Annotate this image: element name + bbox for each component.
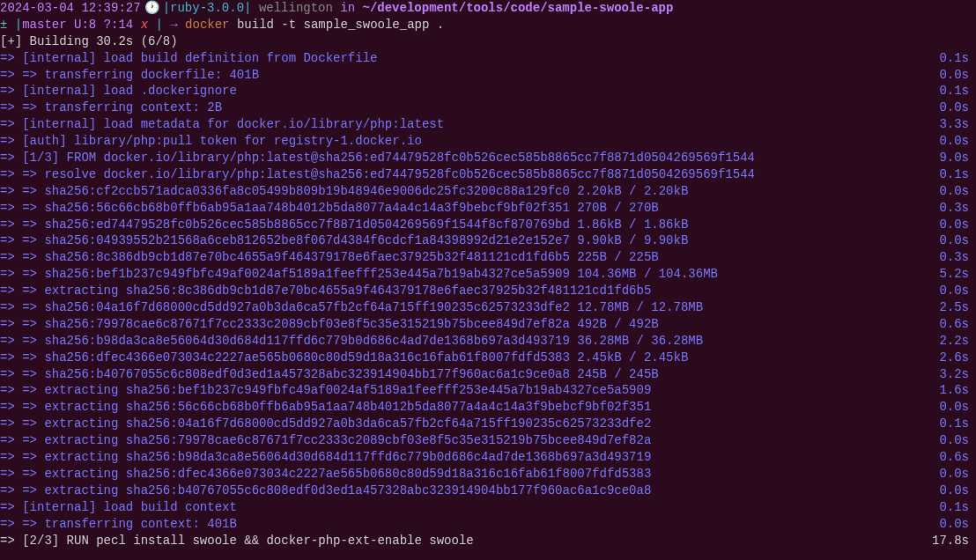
build-step: => => extracting sha256:8c386db9cb1d87e7… bbox=[0, 283, 976, 299]
step-time: 0.0s bbox=[939, 483, 976, 499]
separator: | bbox=[15, 17, 22, 33]
step-text: => => transferring context: 401B bbox=[0, 516, 939, 533]
step-text: => => extracting sha256:79978cae6c87671f… bbox=[0, 432, 939, 449]
build-step: => => sha256:04a16f7d68000cd5dd927a0b3da… bbox=[0, 299, 976, 316]
current-step: => [2/3] RUN pecl install swoole && dock… bbox=[0, 533, 976, 549]
step-time: 9.0s bbox=[939, 150, 976, 166]
build-step: => => sha256:04939552b21568a6ceb812652be… bbox=[0, 232, 976, 249]
step-text: => => sha256:79978cae6c87671f7cc2333c208… bbox=[0, 316, 939, 333]
step-text: => [internal] load .dockerignore bbox=[0, 83, 939, 99]
command-args: build -t sample_swoole_app . bbox=[237, 17, 444, 33]
build-step: => => sha256:dfec4366e073034c2227ae565b0… bbox=[0, 350, 976, 366]
step-time: 0.1s bbox=[939, 50, 976, 67]
step-time: 0.3s bbox=[939, 249, 976, 266]
prompt-line-1: 2024-03-04 12:39:27 🕐 |ruby-3.0.0| welli… bbox=[0, 0, 976, 17]
step-time: 3.2s bbox=[939, 366, 976, 383]
ruby-version: ruby-3.0.0 bbox=[170, 0, 244, 17]
step-text: => => sha256:04939552b21568a6ceb812652be… bbox=[0, 232, 939, 249]
step-time: 0.1s bbox=[939, 499, 976, 516]
step-text: => [internal] load build definition from… bbox=[0, 50, 939, 67]
step-time: 0.1s bbox=[939, 83, 976, 99]
step-text: => => extracting sha256:04a16f7d68000cd5… bbox=[0, 416, 939, 432]
build-step: => => sha256:b40767055c6c808edf0d3ed1a45… bbox=[0, 366, 976, 383]
command-name: docker bbox=[185, 17, 229, 33]
build-step: => [internal] load metadata for docker.i… bbox=[0, 116, 976, 133]
build-step: => => extracting sha256:bef1b237c949fbfc… bbox=[0, 382, 976, 399]
git-branch: master U:8 ?:14 bbox=[22, 17, 133, 33]
build-step: => => extracting sha256:b98da3ca8e56064d… bbox=[0, 449, 976, 466]
step-time: 0.1s bbox=[939, 416, 976, 432]
step-text: => [internal] load metadata for docker.i… bbox=[0, 116, 939, 133]
separator: | bbox=[163, 0, 170, 17]
step-text: => => sha256:bef1b237c949fbfc49af0024af5… bbox=[0, 266, 939, 283]
step-text: => => extracting sha256:8c386db9cb1d87e7… bbox=[0, 283, 939, 299]
separator: | bbox=[148, 17, 163, 33]
build-step: => => extracting sha256:b40767055c6c808e… bbox=[0, 483, 976, 499]
step-time: 0.0s bbox=[939, 399, 976, 416]
build-step: => [auth] library/php:pull token for reg… bbox=[0, 133, 976, 150]
step-time: 1.6s bbox=[939, 382, 976, 399]
step-time: 0.0s bbox=[939, 67, 976, 84]
step-text: => => sha256:cf2ccb571adca0336fa8c05499b… bbox=[0, 183, 939, 200]
step-text: => => extracting sha256:dfec4366e073034c… bbox=[0, 466, 939, 483]
step-time: 0.0s bbox=[939, 466, 976, 483]
step-text: => => sha256:b98da3ca8e56064d30d684d117f… bbox=[0, 333, 939, 350]
step-text: => => sha256:04a16f7d68000cd5dd927a0b3da… bbox=[0, 299, 939, 316]
step-time: 0.6s bbox=[939, 316, 976, 333]
step-time: 0.1s bbox=[939, 166, 976, 183]
step-text: => => sha256:8c386db9cb1d87e70bc4655a9f4… bbox=[0, 249, 939, 266]
current-step-time: 17.8s bbox=[932, 533, 976, 549]
build-step: => => transferring context: 2B0.0s bbox=[0, 99, 976, 116]
step-time: 0.0s bbox=[939, 99, 976, 116]
build-step: => => resolve docker.io/library/php:late… bbox=[0, 166, 976, 183]
build-step: => [internal] load .dockerignore0.1s bbox=[0, 83, 976, 99]
step-time: 0.0s bbox=[939, 217, 976, 233]
build-step: => => sha256:ed74479528fc0b526cec585b886… bbox=[0, 217, 976, 233]
build-step: => => sha256:bef1b237c949fbfc49af0024af5… bbox=[0, 266, 976, 283]
step-time: 0.0s bbox=[939, 133, 976, 150]
build-step: => => transferring context: 401B0.0s bbox=[0, 516, 976, 533]
build-step: => [internal] load build definition from… bbox=[0, 50, 976, 67]
step-time: 3.3s bbox=[939, 116, 976, 133]
username: wellington bbox=[259, 0, 333, 17]
build-step: => [1/3] FROM docker.io/library/php:late… bbox=[0, 150, 976, 166]
separator: | bbox=[244, 0, 251, 17]
step-text: => => sha256:dfec4366e073034c2227ae565b0… bbox=[0, 350, 939, 366]
step-time: 2.2s bbox=[939, 333, 976, 350]
building-status: [+] Building 30.2s (6/8) bbox=[0, 33, 976, 50]
step-time: 0.0s bbox=[939, 183, 976, 200]
build-step: => => sha256:79978cae6c87671f7cc2333c208… bbox=[0, 316, 976, 333]
current-step-text: => [2/3] RUN pecl install swoole && dock… bbox=[0, 533, 474, 549]
step-time: 0.0s bbox=[939, 232, 976, 249]
prompt-arrow: → bbox=[170, 17, 177, 33]
step-text: => => extracting sha256:56c66cb68b0ffb6a… bbox=[0, 399, 939, 416]
build-step: => => transferring dockerfile: 401B0.0s bbox=[0, 67, 976, 84]
step-text: => => extracting sha256:bef1b237c949fbfc… bbox=[0, 382, 939, 399]
step-time: 0.6s bbox=[939, 449, 976, 466]
step-time: 0.3s bbox=[939, 200, 976, 217]
step-text: => [internal] load build context bbox=[0, 499, 939, 516]
step-text: => => transferring dockerfile: 401B bbox=[0, 67, 939, 84]
build-step: => => sha256:56c66cb68b0ffb6ab95a1aa748b… bbox=[0, 200, 976, 217]
step-time: 0.0s bbox=[939, 283, 976, 299]
step-text: => => transferring context: 2B bbox=[0, 99, 939, 116]
git-dirty-icon: x bbox=[141, 17, 148, 33]
build-step: => [internal] load build context0.1s bbox=[0, 499, 976, 516]
git-status-icon: ± bbox=[0, 17, 7, 33]
clock-icon: 🕐 bbox=[144, 0, 159, 17]
build-step: => => extracting sha256:79978cae6c87671f… bbox=[0, 432, 976, 449]
step-text: => => sha256:56c66cb68b0ffb6ab95a1aa748b… bbox=[0, 200, 939, 217]
step-text: => [1/3] FROM docker.io/library/php:late… bbox=[0, 150, 939, 166]
step-text: => => extracting sha256:b40767055c6c808e… bbox=[0, 483, 939, 499]
build-step: => => sha256:cf2ccb571adca0336fa8c05499b… bbox=[0, 183, 976, 200]
terminal-output: 2024-03-04 12:39:27 🕐 |ruby-3.0.0| welli… bbox=[0, 0, 976, 549]
step-time: 0.0s bbox=[939, 516, 976, 533]
build-steps: => [internal] load build definition from… bbox=[0, 50, 976, 533]
prompt-line-2: ± |master U:8 ?:14 x | → docker build -t… bbox=[0, 17, 976, 33]
build-step: => => extracting sha256:dfec4366e073034c… bbox=[0, 466, 976, 483]
in-label: in bbox=[340, 0, 355, 17]
cwd-path: ~/development/tools/code/sample-swoole-a… bbox=[363, 0, 674, 17]
step-text: => => resolve docker.io/library/php:late… bbox=[0, 166, 939, 183]
step-text: => => sha256:ed74479528fc0b526cec585b886… bbox=[0, 217, 939, 233]
step-text: => => sha256:b40767055c6c808edf0d3ed1a45… bbox=[0, 366, 939, 383]
